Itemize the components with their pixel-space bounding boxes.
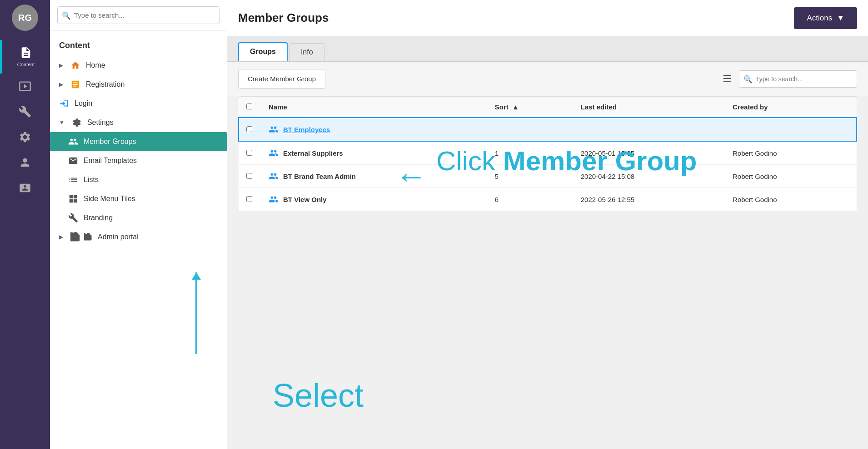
- sidebar-item-home[interactable]: ▶ Home: [50, 56, 227, 75]
- sidebar-item-lists[interactable]: Lists: [50, 170, 227, 189]
- table-row[interactable]: External Suppliers 1 2020-05-01 15:05 Ro…: [239, 141, 857, 165]
- chevron-right-icon-admin: ▶: [59, 234, 63, 240]
- admin-portal-icon: [70, 232, 80, 242]
- row2-created-by: Robert Godino: [725, 141, 857, 165]
- create-member-group-button[interactable]: Create Member Group: [238, 69, 325, 89]
- sort-arrow-icon: ▲: [512, 103, 519, 111]
- group-icon-row4: [269, 194, 279, 204]
- sidebar-branding-label: Branding: [84, 214, 113, 222]
- sidebar-item-member-groups[interactable]: Member Groups: [50, 132, 227, 151]
- row1-sort: [488, 118, 574, 141]
- tab-groups[interactable]: Groups: [238, 42, 288, 61]
- row3-last-edited: 2020-04-22 15:08: [574, 165, 725, 188]
- row1-created-by: [725, 118, 857, 141]
- row2-check[interactable]: [246, 150, 252, 156]
- sidebar-item-content[interactable]: Content: [0, 40, 50, 74]
- sidebar-member-groups-label: Member Groups: [84, 138, 136, 146]
- registration-icon: [70, 79, 80, 89]
- sidebar-email-templates-label: Email Templates: [84, 157, 137, 165]
- row3-sort: 5: [488, 165, 574, 188]
- chevron-right-icon-reg: ▶: [59, 81, 63, 88]
- col-checkbox: [239, 97, 261, 118]
- row3-created-by: Robert Godino: [725, 165, 857, 188]
- sidebar-item-idcards-icon[interactable]: [0, 175, 50, 201]
- email-templates-icon: [68, 156, 78, 166]
- sidebar-item-email-templates[interactable]: Email Templates: [50, 151, 227, 170]
- chevron-down-icon-settings: ▼: [59, 119, 65, 126]
- table-row[interactable]: BT Brand Team Admin 5 2020-04-22 15:08 R…: [239, 165, 857, 188]
- row3-check[interactable]: [246, 173, 252, 179]
- login-icon: [59, 99, 69, 109]
- table-row[interactable]: BT View Only 6 2022-05-26 12:55 Robert G…: [239, 188, 857, 211]
- sidebar-side-menu-tiles-label: Side Menu Tiles: [84, 195, 135, 203]
- row1-name[interactable]: BT Employees: [261, 118, 488, 141]
- avatar: RG: [12, 5, 38, 31]
- settings-icon: [19, 131, 31, 143]
- sidebar-item-login[interactable]: Login: [50, 94, 227, 113]
- page-title: Member Groups: [238, 11, 329, 25]
- sidebar-section-title: Content: [50, 37, 227, 56]
- row1-check[interactable]: [246, 126, 252, 132]
- sidebar-item-home-label: Home: [86, 61, 105, 69]
- row1-last-edited: [574, 118, 725, 141]
- member-groups-table: Name Sort ▲ Last edited Created by: [238, 96, 857, 211]
- col-name-header: Name: [261, 97, 488, 118]
- row4-checkbox: [239, 188, 261, 211]
- media-icon: [19, 80, 31, 93]
- users-icon: [19, 156, 31, 169]
- icon-bar: RG Content: [0, 0, 50, 449]
- sidebar-item-settings-label: Settings: [87, 118, 114, 127]
- row1-name-link[interactable]: BT Employees: [283, 126, 330, 133]
- row2-sort: 1: [488, 141, 574, 165]
- row2-name[interactable]: External Suppliers: [261, 141, 488, 165]
- actions-button[interactable]: Actions ▼: [794, 7, 857, 29]
- toolbar-search-icon: 🔍: [743, 74, 753, 83]
- branding-icon: [68, 213, 78, 223]
- content-icon: [20, 46, 32, 59]
- actions-dropdown-icon: ▼: [837, 14, 844, 23]
- tools-icon: [19, 105, 31, 118]
- sidebar-item-admin-portal[interactable]: ▶ Admin portal: [50, 227, 227, 247]
- row3-checkbox: [239, 165, 261, 188]
- row4-last-edited: 2022-05-26 12:55: [574, 188, 725, 211]
- row4-check[interactable]: [246, 196, 252, 202]
- sidebar-item-registration[interactable]: ▶ Registration: [50, 75, 227, 94]
- row4-name[interactable]: BT View Only: [261, 188, 488, 211]
- tab-info[interactable]: Info: [289, 43, 324, 61]
- content-label: Content: [17, 62, 35, 67]
- group-icon-row1: [269, 124, 279, 134]
- home-icon: [70, 60, 80, 70]
- col-sort-header[interactable]: Sort ▲: [488, 97, 574, 118]
- toolbar-search-area: 🔍: [739, 70, 857, 88]
- row2-checkbox: [239, 141, 261, 165]
- col-last-edited-header: Last edited: [574, 97, 725, 118]
- toolbar-search-input[interactable]: [739, 70, 857, 88]
- admin-portal-bag-icon: [84, 233, 92, 241]
- main-content: Member Groups Actions ▼ Groups Info Crea…: [227, 0, 868, 449]
- sidebar-content: Content ▶ Home ▶ Registration Login ▼ Se…: [50, 31, 227, 449]
- row4-sort: 6: [488, 188, 574, 211]
- sidebar-item-tools[interactable]: [0, 99, 50, 124]
- header: Member Groups Actions ▼: [227, 0, 868, 36]
- sidebar-item-media[interactable]: [0, 74, 50, 99]
- sidebar-lists-label: Lists: [84, 176, 99, 184]
- actions-label: Actions: [807, 14, 832, 23]
- row1-checkbox: [239, 118, 261, 141]
- group-icon-row2: [269, 148, 279, 158]
- sidebar-item-users-icon[interactable]: [0, 150, 50, 175]
- row4-created-by: Robert Godino: [725, 188, 857, 211]
- row4-name-text: BT View Only: [283, 196, 327, 203]
- sidebar-item-settings-icon[interactable]: [0, 124, 50, 150]
- table-row[interactable]: BT Employees: [239, 118, 857, 141]
- chevron-right-icon: ▶: [59, 62, 63, 69]
- select-all-checkbox[interactable]: [246, 104, 252, 109]
- sidebar-search-input[interactable]: [57, 6, 219, 24]
- sidebar-item-branding[interactable]: Branding: [50, 208, 227, 227]
- row3-name[interactable]: BT Brand Team Admin: [261, 165, 488, 188]
- table-area: Name Sort ▲ Last edited Created by: [227, 96, 868, 449]
- sidebar-search-icon: 🔍: [62, 11, 71, 20]
- sidebar-item-settings[interactable]: ▼ Settings: [50, 113, 227, 132]
- sidebar: 🔍 Content ▶ Home ▶ Registration Login ▼ …: [50, 0, 227, 449]
- list-view-icon[interactable]: ☰: [723, 73, 732, 85]
- sidebar-item-side-menu-tiles[interactable]: Side Menu Tiles: [50, 189, 227, 208]
